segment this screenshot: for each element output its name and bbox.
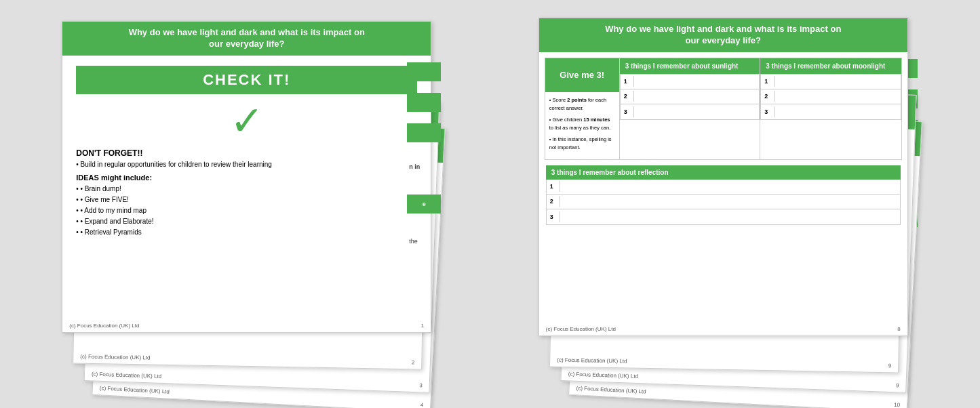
instruction-item: • In this instance, spelling is not impo… [549,136,615,152]
give-me-3-title-cell: Give me 3! [545,58,619,92]
sunlight-header: 3 things I remember about sunlight [620,58,760,74]
moonlight-column: 3 things I remember about moonlight 123 [760,58,901,159]
reflection-row: 1 [547,180,900,195]
dont-forget-item: Build in regular opportunities for child… [76,161,417,168]
reflection-table: 123 [546,180,901,225]
reflection-section: 3 things I remember about reflection 123 [546,165,901,225]
ideas-heading: IDEAS might include: [76,174,417,182]
check-it-header: Why do we have light and dark and what i… [62,22,431,56]
reflection-header: 3 things I remember about reflection [546,165,901,180]
reflection-row: 3 [547,209,900,224]
instruction-item: • Score 2 points for each correct answer… [549,96,615,113]
give-me-3-main-header: Why do we have light and dark and what i… [539,18,907,52]
table-row: 1 [621,75,760,89]
give-me-3-grid: Give me 3! • Score 2 points for each cor… [545,58,902,160]
right-stack: Why do we have light and dark and what i… [538,14,918,394]
table-row: 3 [761,104,901,119]
page2-footer: (c) Focus Education (UK) Ltd 2 [74,353,422,365]
dont-forget-list: Build in regular opportunities for child… [76,161,417,168]
idea-item: • Add to my mind map [76,205,417,216]
table-row: 2 [621,89,760,104]
instructions-cell: • Score 2 points for each correct answer… [545,92,619,159]
table-row: 3 [621,104,760,119]
check-it-banner: CHECK IT! [76,66,417,94]
right-page2-footer: (c) Focus Education (UK) Ltd 9 [550,356,898,369]
dont-forget-section: DON'T FORGET!! Build in regular opportun… [62,145,431,247]
give-me-3-page: Why do we have light and dark and what i… [538,18,908,336]
moonlight-header: 3 things I remember about moonlight [760,58,901,74]
checkmark-icon: ✓ [62,101,431,142]
check-it-page: Why do we have light and dark and what i… [62,21,431,333]
dont-forget-heading: DON'T FORGET!! [76,148,417,158]
left-stack: Why do we have light and dark and what i… [62,14,442,394]
table-row: 1 [761,75,901,89]
ideas-list: • Brain dump!• Give me FIVE!• Add to my … [76,184,417,238]
reflection-row: 2 [547,195,900,209]
table-row: 2 [761,89,901,104]
sunlight-table: 123 [620,74,760,120]
idea-item: • Brain dump! [76,184,417,195]
sunlight-column: 3 things I remember about sunlight 123 [620,58,761,159]
idea-item: • Retrieval Pyramids [76,227,417,238]
moonlight-table: 123 [760,74,901,120]
idea-item: • Expand and Elaborate! [76,216,417,227]
instruction-item: • Give children 15 minutes to list as ma… [549,116,615,132]
idea-item: • Give me FIVE! [76,195,417,205]
page1-footer: (c) Focus Education (UK) Ltd 1 [62,323,431,329]
give-me-3-footer: (c) Focus Education (UK) Ltd 8 [539,326,907,332]
give-me-3-left-cell: Give me 3! • Score 2 points for each cor… [545,58,620,159]
